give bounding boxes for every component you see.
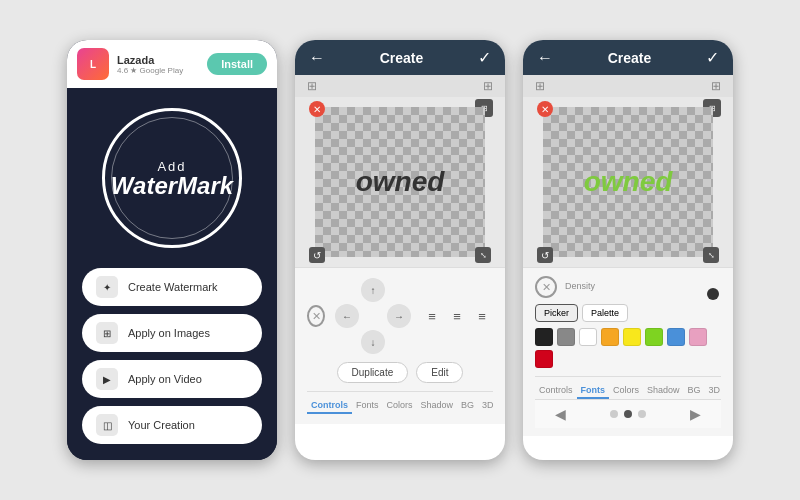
align-left-2[interactable]: ≡ [421, 305, 443, 327]
your-creation-btn[interactable]: ◫ Your Creation [82, 406, 262, 444]
swatch-pink[interactable] [689, 328, 707, 346]
close-circle-3[interactable]: ✕ [535, 276, 557, 298]
close-circle-2[interactable]: ✕ [307, 305, 325, 327]
check-icon-3[interactable]: ✓ [706, 48, 719, 67]
check-icon-2[interactable]: ✓ [478, 48, 491, 67]
palette-btn-3[interactable]: Palette [582, 304, 628, 322]
back-icon-2[interactable]: ← [309, 49, 325, 67]
canvas-2: owned [315, 107, 485, 257]
dir-up-2[interactable]: ↑ [361, 278, 385, 302]
tab-shadow-2[interactable]: Shadow [417, 398, 458, 414]
delete-btn-3[interactable]: ✕ [537, 101, 553, 117]
tab-fonts-2[interactable]: Fonts [352, 398, 383, 414]
font-panel-3: ✕ Density Picker Palette [523, 267, 733, 436]
editor-title-2: Create [380, 50, 424, 66]
main-container: L Lazada 4.6 ★ Google Play Install Add W… [0, 0, 800, 500]
nav-prev-3[interactable]: ◀ [555, 406, 566, 422]
app-home-content: Add WaterMark ✦ Create Watermark ⊞ Apply… [67, 88, 277, 454]
swatch-yellow[interactable] [623, 328, 641, 346]
density-control: Density [565, 281, 721, 293]
grid-icon-left-2: ⊞ [307, 79, 317, 93]
app-name: Lazada [117, 54, 183, 66]
edit-btn-2[interactable]: Edit [416, 362, 463, 383]
align-row-top-2: ≡ ≡ ≡ [421, 305, 493, 327]
app-info: L Lazada 4.6 ★ Google Play [77, 48, 183, 80]
tab-fonts-3[interactable]: Fonts [577, 383, 610, 399]
editor-topbar-2: ← Create ✓ [295, 40, 505, 75]
nav-next-3[interactable]: ▶ [690, 406, 701, 422]
dir-down-2[interactable]: ↓ [361, 330, 385, 354]
nav-dot-3 [638, 410, 646, 418]
swatch-blue[interactable] [667, 328, 685, 346]
tab-bar-2: Controls Fonts Colors Shadow BG 3D [307, 391, 493, 414]
tab-bar-3: Controls Fonts Colors Shadow BG 3D [535, 376, 721, 399]
text-align-group-2: ≡ ≡ ≡ [421, 305, 493, 327]
nav-row-3: ◀ ▶ [535, 399, 721, 428]
create-label: Create Watermark [128, 281, 217, 293]
grid-icon-right-3: ⊞ [711, 79, 721, 93]
canvas-area-2: ✕ ⊞ owned ↺ ⤡ [295, 97, 505, 267]
swatch-orange[interactable] [601, 328, 619, 346]
canvas-3: owned [543, 107, 713, 257]
apply-images-btn[interactable]: ⊞ Apply on Images [82, 314, 262, 352]
picker-btn-3[interactable]: Picker [535, 304, 578, 322]
tab-bg-2[interactable]: BG [457, 398, 478, 414]
phone-editor-black: ← Create ✓ ⊞ ⊞ ✕ ⊞ owned ↺ ⤡ ✕ [295, 40, 505, 460]
tab-controls-3[interactable]: Controls [535, 383, 577, 399]
app-details: Lazada 4.6 ★ Google Play [117, 54, 183, 75]
dir-left-2[interactable]: ← [335, 304, 359, 328]
tab-bg-3[interactable]: BG [684, 383, 705, 399]
align-center-2[interactable]: ≡ [446, 305, 468, 327]
swatch-black[interactable] [535, 328, 553, 346]
install-button[interactable]: Install [207, 53, 267, 75]
tab-colors-3[interactable]: Colors [609, 383, 643, 399]
direction-pad-2: ↑ ← → ↓ [335, 278, 411, 354]
grid-icon-right-2: ⊞ [483, 79, 493, 93]
tab-controls-2[interactable]: Controls [307, 398, 352, 414]
swatch-white[interactable] [579, 328, 597, 346]
delete-btn-2[interactable]: ✕ [309, 101, 325, 117]
editor-controls-2: ✕ ↑ ← → ↓ ≡ ≡ ≡ [295, 267, 505, 424]
align-right-2[interactable]: ≡ [471, 305, 493, 327]
canvas-wrapper-2: ✕ ⊞ owned ↺ ⤡ [315, 107, 485, 257]
tab-3d-3[interactable]: 3D [705, 383, 725, 399]
tab-3d-2[interactable]: 3D [478, 398, 498, 414]
logo-watermark-text: WaterMark [111, 174, 233, 198]
back-icon-3[interactable]: ← [537, 49, 553, 67]
rotate-btn-2[interactable]: ↺ [309, 247, 325, 263]
resize-btn-3[interactable]: ⤡ [703, 247, 719, 263]
rotate-btn-3[interactable]: ↺ [537, 247, 553, 263]
canvas-text-3: owned [584, 166, 673, 198]
grid-icon-left-3: ⊞ [535, 79, 545, 93]
resize-btn-2[interactable]: ⤡ [475, 247, 491, 263]
canvas-wrapper-3: ✕ ⊞ owned ↺ ⤡ [543, 107, 713, 257]
app-store-topbar: L Lazada 4.6 ★ Google Play Install [67, 40, 277, 88]
density-thumb-3 [707, 288, 719, 300]
phone-editor-green: ← Create ✓ ⊞ ⊞ ✕ ⊞ owned ↺ ⤡ ✕ [523, 40, 733, 460]
swatch-red[interactable] [535, 350, 553, 368]
swatch-green[interactable] [645, 328, 663, 346]
app-store-icon: L [77, 48, 109, 80]
tab-shadow-3[interactable]: Shadow [643, 383, 684, 399]
color-swatches-3 [535, 328, 721, 368]
create-watermark-btn[interactable]: ✦ Create Watermark [82, 268, 262, 306]
density-section: ✕ Density [535, 276, 721, 298]
apply-images-icon: ⊞ [96, 322, 118, 344]
swatch-gray[interactable] [557, 328, 575, 346]
duplicate-btn-2[interactable]: Duplicate [337, 362, 409, 383]
app-store-info: 4.6 ★ Google Play [117, 66, 183, 75]
apply-video-icon: ▶ [96, 368, 118, 390]
nav-dot-1 [610, 410, 618, 418]
editor-title-3: Create [608, 50, 652, 66]
apply-video-btn[interactable]: ▶ Apply on Video [82, 360, 262, 398]
action-btns-2: Duplicate Edit [307, 362, 493, 383]
dir-right-2[interactable]: → [387, 304, 411, 328]
density-label-3: Density [565, 281, 721, 291]
creation-label: Your Creation [128, 419, 195, 431]
picker-palette-row: Picker Palette [535, 304, 721, 322]
app-footer: Privacy Policy V.4.4 ⭐ Premium [67, 454, 277, 460]
tab-colors-2[interactable]: Colors [383, 398, 417, 414]
nav-dot-2 [624, 410, 632, 418]
creation-icon: ◫ [96, 414, 118, 436]
editor-subheader-3: ⊞ ⊞ [523, 75, 733, 97]
